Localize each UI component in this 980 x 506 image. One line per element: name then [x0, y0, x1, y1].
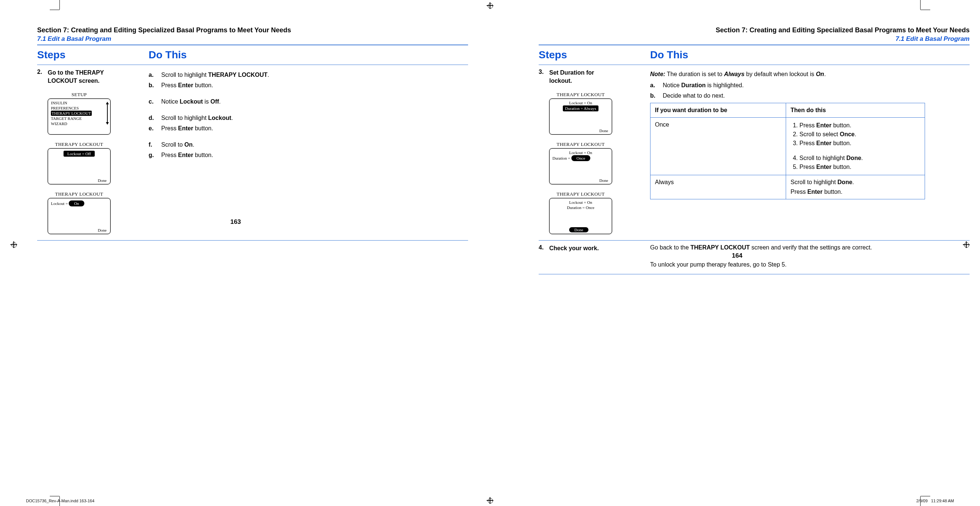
page-header: Section 7: Creating and Editing Speciali…: [37, 26, 468, 43]
device-line: Duration = Once: [552, 155, 609, 161]
page-right: Section 7: Creating and Editing Speciali…: [539, 26, 970, 274]
menu-item: INSULIN: [51, 100, 107, 105]
step-number: 4.: [539, 244, 547, 251]
device-footer: Done: [549, 227, 612, 234]
option-once: Once: [651, 118, 786, 175]
step-2: 2. Go to the THERAPY LOCKOUT screen. SET…: [37, 65, 149, 240]
device-screen-duration-always: THERAPY LOCKOUT Lockout = On Duration = …: [549, 92, 612, 135]
section-title: Section 7: Creating and Editing Speciali…: [37, 26, 468, 34]
action-item: Scroll to select Once.: [799, 130, 920, 138]
crop-mark: [50, 10, 59, 10]
step-title: Check your work.: [549, 244, 642, 252]
device-line: Lockout = On: [552, 100, 609, 105]
step-2-instructions: a.Scroll to highlight THERAPY LOCKOUT. b…: [149, 65, 468, 240]
step-number: 3.: [539, 69, 547, 75]
scroll-arrow-icon: [105, 102, 109, 125]
page-header: Section 7: Creating and Editing Speciali…: [539, 26, 970, 43]
device-line: Lockout = On: [552, 150, 609, 155]
step-4: 4. Check your work.: [539, 241, 650, 274]
row-rule: [37, 240, 468, 241]
menu-item: THERAPY LOCKOUT: [51, 111, 107, 116]
device-title: THERAPY LOCKOUT: [48, 191, 111, 197]
device-title: THERAPY LOCKOUT: [549, 92, 612, 98]
page-number: 163: [230, 218, 241, 226]
device-line: Lockout = Off: [64, 151, 94, 157]
step-4-instructions: Go back to the THERAPY LOCKOUT screen an…: [650, 241, 970, 274]
device-title: SETUP: [48, 92, 111, 98]
option-always-actions: Scroll to highlight Done. Press Enter bu…: [786, 175, 925, 199]
registration-mark-icon: [10, 241, 17, 248]
device-screen-lockout-off: THERAPY LOCKOUT Lockout = Off Done: [48, 141, 111, 184]
substep-d: d.Scroll to highlight Lockout.: [149, 114, 464, 122]
device-screen-setup: SETUP INSULIN PREFERENCES THERAPY LOCKOU…: [48, 92, 111, 135]
registration-mark-icon: [487, 2, 493, 9]
option-header-if: If you want duration to be: [651, 103, 786, 118]
note: Note: The duration is set to Always by d…: [650, 70, 965, 78]
substep-b: b.Decide what to do next.: [650, 92, 965, 100]
menu-item: TARGET RANGE: [51, 116, 107, 121]
device-pill: Done: [569, 227, 589, 232]
device-screen-duration-done: THERAPY LOCKOUT Lockout = On Duration = …: [549, 191, 612, 234]
substep-f: f.Scroll to On.: [149, 141, 464, 149]
step-title: Go to the THERAPY LOCKOUT screen.: [48, 69, 140, 85]
device-pill: On: [69, 200, 84, 206]
action-item: Press Enter button.: [799, 139, 920, 148]
crop-mark: [921, 10, 930, 10]
device-title: THERAPY LOCKOUT: [549, 141, 612, 148]
substep-a: a.Scroll to highlight THERAPY LOCKOUT.: [149, 71, 464, 79]
device-footer: Done: [549, 178, 612, 184]
slug-right: 2/9/09 11:29:48 AM: [916, 498, 954, 503]
device-line: Duration = Always: [552, 105, 609, 111]
substep-e: e.Press Enter button.: [149, 124, 464, 133]
device-line: Duration = Once: [552, 205, 609, 210]
device-footer: Done: [549, 128, 612, 135]
column-header-dothis: Do This: [650, 45, 970, 65]
print-sheet: Section 7: Creating and Editing Speciali…: [0, 0, 980, 506]
menu-item: WIZARD: [51, 121, 107, 126]
device-footer: Done: [48, 178, 110, 184]
substep-a: a.Notice Duration is highlighted.: [650, 81, 965, 89]
device-title: THERAPY LOCKOUT: [549, 191, 612, 197]
option-header-then: Then do this: [786, 103, 925, 118]
substep-c: c.Notice Lockout is Off.: [149, 98, 464, 106]
option-table: If you want duration to be Then do this …: [650, 103, 925, 199]
registration-mark-icon: [487, 497, 493, 504]
device-line: Lockout = On: [552, 200, 609, 205]
step-number: 2.: [37, 69, 46, 75]
action-item: Press Enter button.: [799, 163, 920, 171]
substep-b: b.Press Enter button.: [149, 81, 464, 89]
option-always: Always: [651, 175, 786, 199]
substep-g: g.Press Enter button.: [149, 151, 464, 159]
action-item: Press Enter button.: [799, 121, 920, 130]
step-4-tail: To unlock your pump therapy features, go…: [650, 261, 965, 268]
crop-mark: [59, 0, 60, 10]
device-footer: Done: [48, 228, 110, 234]
subsection-title: 7.1 Edit a Basal Program: [37, 35, 468, 43]
slug-left: DOC15736_Rev-A-Man.indd 163-164: [26, 498, 94, 503]
option-once-actions: Press Enter button. Scroll to select Onc…: [786, 118, 925, 175]
column-header-dothis: Do This: [149, 45, 468, 65]
step-3: 3. Set Duration for lockout. THERAPY LOC…: [539, 65, 650, 240]
page-left: Section 7: Creating and Editing Speciali…: [37, 26, 468, 241]
action-item: Scroll to highlight Done.: [799, 154, 920, 162]
page-number: 164: [732, 252, 742, 260]
device-screen-lockout-on: THERAPY LOCKOUT Lockout = On Done: [48, 191, 111, 234]
menu-item: PREFERENCES: [51, 105, 107, 111]
device-screen-duration-once-edit: THERAPY LOCKOUT Lockout = On Duration = …: [549, 141, 612, 184]
crop-mark: [920, 0, 921, 10]
row-rule: [539, 274, 970, 274]
subsection-title: 7.1 Edit a Basal Program: [539, 35, 970, 43]
step-3-instructions: Note: The duration is set to Always by d…: [650, 65, 970, 240]
section-title: Section 7: Creating and Editing Speciali…: [539, 26, 970, 34]
device-title: THERAPY LOCKOUT: [48, 141, 111, 148]
step-title: Set Duration for lockout.: [549, 69, 642, 85]
crop-mark: [50, 496, 59, 496]
column-header-steps: Steps: [539, 45, 650, 65]
column-header-steps: Steps: [37, 45, 149, 65]
crop-mark: [921, 496, 930, 496]
device-line: Lockout =: [51, 201, 69, 206]
device-pill: Once: [571, 155, 590, 161]
